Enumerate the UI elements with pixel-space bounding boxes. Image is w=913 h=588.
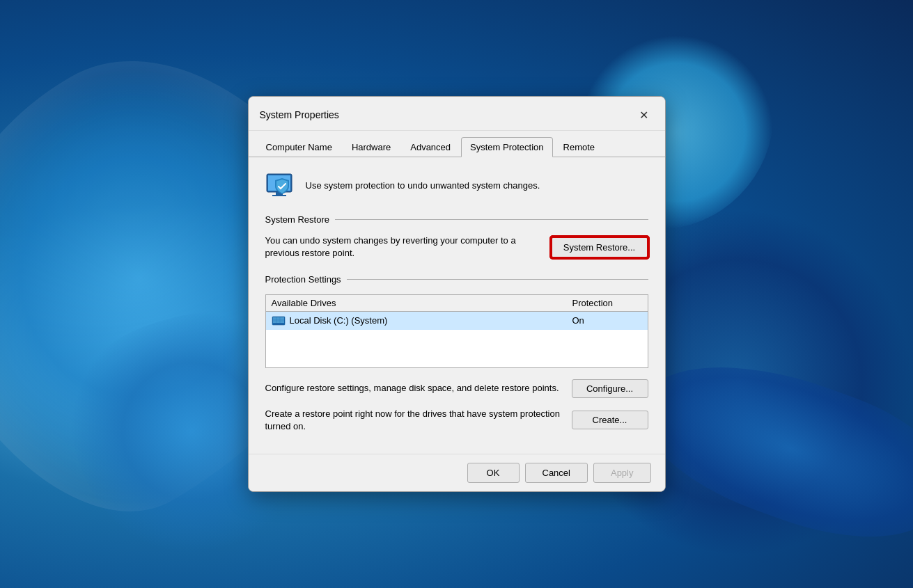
system-restore-title: System Restore	[265, 214, 329, 225]
create-button[interactable]: Create...	[572, 411, 648, 429]
dialog-content: Use system protection to undo unwanted s…	[249, 157, 665, 454]
svg-rect-3	[272, 195, 286, 196]
system-properties-dialog: System Properties ✕ Computer Name Hardwa…	[248, 96, 666, 492]
tab-computer-name[interactable]: Computer Name	[257, 137, 341, 157]
header-description: Use system protection to undo unwanted s…	[306, 180, 540, 191]
create-description: Create a restore point right now for the…	[265, 408, 563, 433]
restore-description: You can undo system changes by reverting…	[265, 235, 543, 260]
tab-hardware[interactable]: Hardware	[343, 137, 400, 157]
section-divider-line	[335, 219, 648, 220]
tab-system-protection[interactable]: System Protection	[461, 137, 553, 157]
drive-icon	[272, 315, 286, 327]
dialog-overlay: System Properties ✕ Computer Name Hardwa…	[0, 0, 913, 588]
drive-row-c[interactable]: Local Disk (C:) (System) On	[266, 312, 648, 330]
restore-row: You can undo system changes by reverting…	[265, 235, 648, 260]
dialog-footer: OK Cancel Apply	[249, 454, 665, 491]
tab-advanced[interactable]: Advanced	[401, 137, 460, 157]
drive-c-label: Local Disk (C:) (System)	[272, 315, 572, 327]
drive-c-protection: On	[572, 315, 642, 326]
protection-icon-svg	[263, 168, 296, 202]
dialog-title: System Properties	[260, 109, 339, 120]
configure-description: Configure restore settings, manage disk …	[265, 382, 563, 395]
drive-c-name: Local Disk (C:) (System)	[290, 315, 388, 326]
col-protection-header: Protection	[572, 298, 642, 308]
apply-button[interactable]: Apply	[593, 463, 651, 483]
configure-button[interactable]: Configure...	[572, 379, 648, 398]
header-section: Use system protection to undo unwanted s…	[263, 168, 651, 202]
create-row: Create a restore point right now for the…	[263, 408, 651, 433]
tab-strip: Computer Name Hardware Advanced System P…	[249, 131, 665, 157]
system-protection-icon	[263, 168, 296, 202]
svg-rect-5	[273, 317, 284, 323]
close-button[interactable]: ✕	[634, 105, 654, 125]
configure-row: Configure restore settings, manage disk …	[263, 379, 651, 398]
tab-remote[interactable]: Remote	[554, 137, 604, 157]
drives-table-header: Available Drives Protection	[266, 295, 648, 312]
protection-settings-title: Protection Settings	[265, 274, 341, 285]
system-restore-header: System Restore	[265, 214, 648, 225]
system-restore-section: System Restore You can undo system chang…	[263, 214, 651, 260]
title-bar: System Properties ✕	[249, 97, 665, 131]
drives-table: Available Drives Protection	[265, 294, 648, 368]
cancel-button[interactable]: Cancel	[525, 463, 588, 483]
protection-section-line	[347, 279, 648, 280]
protection-settings-section: Protection Settings Available Drives Pro…	[263, 274, 651, 368]
system-restore-button[interactable]: System Restore...	[551, 237, 648, 258]
col-drives-header: Available Drives	[272, 298, 572, 308]
protection-settings-header: Protection Settings	[265, 274, 648, 285]
svg-rect-10	[274, 324, 283, 325]
ok-button[interactable]: OK	[467, 463, 520, 483]
drives-table-body: Local Disk (C:) (System) On	[266, 312, 648, 367]
